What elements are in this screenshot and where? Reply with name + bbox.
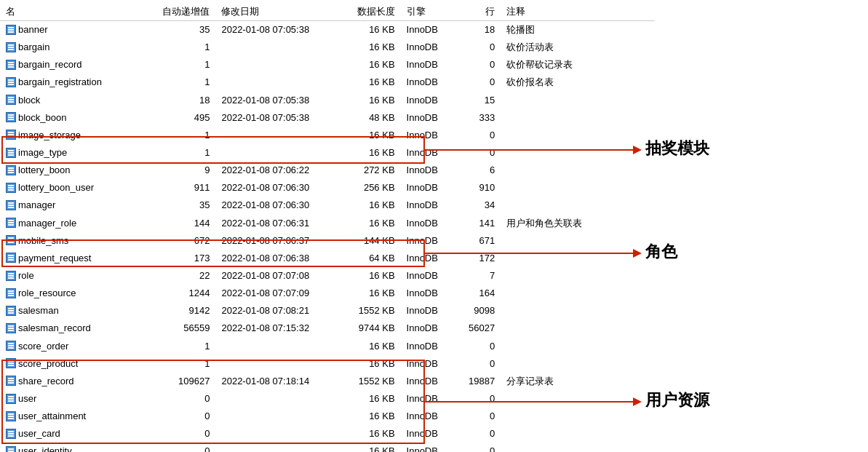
table-row[interactable]: share_record1096272022-01-08 07:18:14155…	[0, 373, 655, 390]
row-rows: 0	[447, 408, 501, 425]
row-auto: 1	[154, 144, 216, 162]
table-row[interactable]: bargain116 KBInnoDB0砍价活动表	[0, 39, 655, 56]
row-rows: 7	[447, 267, 501, 285]
row-comment: 砍价报名表	[501, 74, 655, 91]
row-size: 16 KB	[339, 408, 401, 425]
row-size: 16 KB	[339, 390, 401, 408]
row-auto: 9142	[154, 302, 216, 320]
row-engine: InnoDB	[401, 338, 447, 355]
row-size: 1552 KB	[339, 302, 401, 320]
table-row[interactable]: salesman_record565592022-01-08 07:15:329…	[0, 320, 655, 337]
row-comment	[501, 302, 655, 320]
table-row[interactable]: banner352022-01-08 07:05:3816 KBInnoDB18…	[0, 21, 655, 39]
row-engine: InnoDB	[401, 390, 447, 408]
table-row[interactable]: block182022-01-08 07:05:3816 KBInnoDB15	[0, 92, 655, 109]
table-row[interactable]: role222022-01-08 07:07:0816 KBInnoDB7	[0, 267, 655, 285]
table-row[interactable]: lottery_boon_user9112022-01-08 07:06:302…	[0, 179, 655, 197]
table-row[interactable]: manager352022-01-08 07:06:3016 KBInnoDB3…	[0, 197, 655, 214]
row-engine: InnoDB	[401, 408, 447, 425]
row-size: 272 KB	[339, 162, 401, 179]
row-name: score_product	[18, 358, 78, 369]
table-icon	[6, 183, 16, 193]
table-row[interactable]: lottery_boon92022-01-08 07:06:22272 KBIn…	[0, 162, 655, 179]
table-row[interactable]: user_attainment016 KBInnoDB0	[0, 408, 655, 425]
row-size: 16 KB	[339, 56, 401, 74]
row-auto: 1	[154, 127, 216, 144]
row-rows: 56027	[447, 320, 501, 337]
table-icon	[6, 446, 16, 452]
row-auto: 1	[154, 74, 216, 91]
row-name: bargain_record	[18, 59, 81, 70]
row-engine: InnoDB	[401, 197, 447, 214]
row-size: 16 KB	[339, 425, 401, 443]
row-date	[215, 74, 338, 91]
row-date	[215, 443, 338, 452]
row-auto: 1	[154, 39, 216, 56]
row-comment	[501, 144, 655, 162]
table-row[interactable]: manager_role1442022-01-08 07:06:3116 KBI…	[0, 215, 655, 232]
row-auto: 35	[154, 21, 216, 39]
row-name: banner	[18, 24, 47, 35]
row-engine: InnoDB	[401, 285, 447, 302]
table-icon	[6, 165, 16, 175]
row-name: image_type	[18, 147, 67, 158]
table-row[interactable]: image_storage116 KBInnoDB0	[0, 127, 655, 144]
row-rows: 172	[447, 250, 501, 267]
row-name: role_resource	[18, 288, 76, 298]
row-comment	[501, 408, 655, 425]
row-engine: InnoDB	[401, 267, 447, 285]
row-size: 9744 KB	[339, 320, 401, 337]
row-name: lottery_boon	[18, 164, 71, 175]
row-date: 2022-01-08 07:18:14	[215, 373, 338, 390]
row-size: 16 KB	[339, 127, 401, 144]
table-row[interactable]: user_identity016 KBInnoDB0	[0, 443, 655, 452]
table-icon	[6, 235, 16, 245]
table-row[interactable]: block_boon4952022-01-08 07:05:3848 KBInn…	[0, 109, 655, 127]
row-date: 2022-01-08 07:07:09	[215, 285, 338, 302]
row-engine: InnoDB	[401, 56, 447, 74]
table-row[interactable]: bargain_registration116 KBInnoDB0砍价报名表	[0, 74, 655, 91]
row-comment	[501, 267, 655, 285]
table-row[interactable]: user_card016 KBInnoDB0	[0, 425, 655, 443]
col-header-comment: 注释	[501, 3, 655, 21]
row-rows: 0	[447, 390, 501, 408]
row-rows: 9098	[447, 302, 501, 320]
row-size: 16 KB	[339, 267, 401, 285]
table-row[interactable]: score_order116 KBInnoDB0	[0, 338, 655, 355]
table-row[interactable]: image_type116 KBInnoDB0	[0, 144, 655, 162]
row-rows: 0	[447, 144, 501, 162]
row-size: 1552 KB	[339, 373, 401, 390]
row-date: 2022-01-08 07:06:30	[215, 197, 338, 214]
row-rows: 0	[447, 74, 501, 91]
table-icon	[6, 77, 16, 87]
row-rows: 0	[447, 127, 501, 144]
table-row[interactable]: bargain_record116 KBInnoDB0砍价帮砍记录表	[0, 56, 655, 74]
row-rows: 6	[447, 162, 501, 179]
table-row[interactable]: payment_request1732022-01-08 07:06:3864 …	[0, 250, 655, 267]
row-size: 256 KB	[339, 179, 401, 197]
table-row[interactable]: score_product116 KBInnoDB0	[0, 355, 655, 373]
row-name: user_identity	[18, 445, 72, 452]
table-row[interactable]: role_resource12442022-01-08 07:07:0916 K…	[0, 285, 655, 302]
row-comment: 用户和角色关联表	[501, 215, 655, 232]
row-comment	[501, 338, 655, 355]
row-size: 16 KB	[339, 74, 401, 91]
table-icon	[6, 130, 16, 140]
row-rows: 18	[447, 21, 501, 39]
table-row[interactable]: salesman91422022-01-08 07:08:211552 KBIn…	[0, 302, 655, 320]
row-engine: InnoDB	[401, 179, 447, 197]
row-size: 16 KB	[339, 39, 401, 56]
row-auto: 22	[154, 267, 216, 285]
row-date: 2022-01-08 07:06:37	[215, 232, 338, 250]
row-rows: 164	[447, 285, 501, 302]
row-date: 2022-01-08 07:08:21	[215, 302, 338, 320]
table-row[interactable]: user016 KBInnoDB0	[0, 390, 655, 408]
row-size: 16 KB	[339, 197, 401, 214]
row-name: user	[18, 393, 36, 404]
row-comment	[501, 232, 655, 250]
table-row[interactable]: mobile_sms6722022-01-08 07:06:37144 KBIn…	[0, 232, 655, 250]
row-auto: 9	[154, 162, 216, 179]
row-name: payment_request	[18, 253, 91, 263]
row-auto: 0	[154, 390, 216, 408]
row-comment	[501, 179, 655, 197]
